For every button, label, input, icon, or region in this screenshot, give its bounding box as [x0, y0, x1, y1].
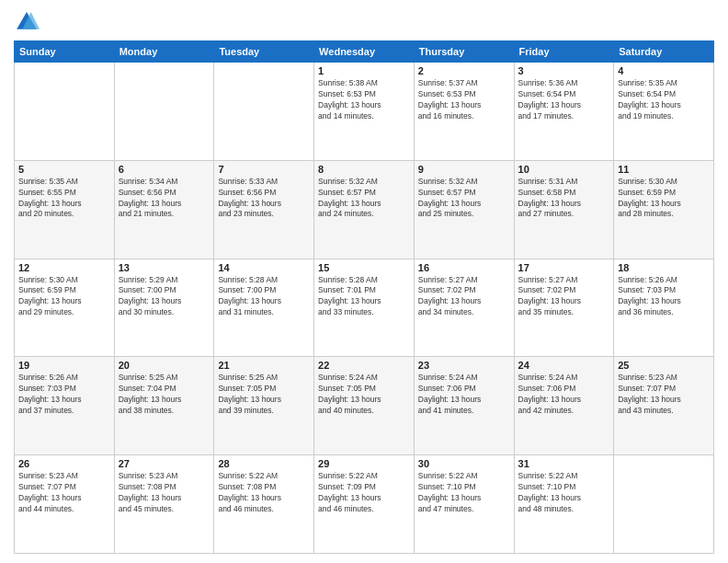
day-info: Sunrise: 5:26 AM Sunset: 7:03 PM Dayligh… [618, 275, 710, 319]
week-row-4: 19Sunrise: 5:26 AM Sunset: 7:03 PM Dayli… [15, 357, 714, 455]
week-row-3: 12Sunrise: 5:30 AM Sunset: 6:59 PM Dayli… [15, 259, 714, 357]
day-cell: 17Sunrise: 5:27 AM Sunset: 7:02 PM Dayli… [514, 259, 614, 357]
logo-icon [14, 9, 40, 35]
day-cell [114, 63, 214, 161]
day-info: Sunrise: 5:36 AM Sunset: 6:54 PM Dayligh… [518, 78, 610, 122]
day-cell: 26Sunrise: 5:23 AM Sunset: 7:07 PM Dayli… [15, 455, 115, 554]
day-cell: 22Sunrise: 5:24 AM Sunset: 7:05 PM Dayli… [314, 357, 415, 455]
day-number: 2 [418, 65, 510, 76]
day-cell: 20Sunrise: 5:25 AM Sunset: 7:04 PM Dayli… [114, 357, 214, 455]
day-cell: 8Sunrise: 5:32 AM Sunset: 6:57 PM Daylig… [314, 160, 415, 259]
day-number: 11 [618, 164, 710, 175]
day-number: 17 [518, 262, 610, 273]
day-info: Sunrise: 5:24 AM Sunset: 7:06 PM Dayligh… [418, 373, 510, 417]
day-info: Sunrise: 5:23 AM Sunset: 7:07 PM Dayligh… [18, 471, 110, 515]
day-cell: 4Sunrise: 5:35 AM Sunset: 6:54 PM Daylig… [614, 63, 714, 161]
header [14, 9, 714, 35]
day-number: 24 [518, 360, 610, 371]
day-cell: 9Sunrise: 5:32 AM Sunset: 6:57 PM Daylig… [414, 160, 514, 259]
week-row-2: 5Sunrise: 5:35 AM Sunset: 6:55 PM Daylig… [15, 160, 714, 259]
header-row: SundayMondayTuesdayWednesdayThursdayFrid… [15, 41, 714, 63]
day-number: 19 [18, 360, 110, 371]
day-header-saturday: Saturday [614, 41, 714, 63]
day-number: 16 [418, 262, 510, 273]
day-number: 31 [518, 458, 610, 469]
day-cell: 12Sunrise: 5:30 AM Sunset: 6:59 PM Dayli… [15, 259, 115, 357]
day-header-monday: Monday [114, 41, 214, 63]
day-number: 27 [119, 458, 210, 469]
day-header-friday: Friday [514, 41, 614, 63]
day-number: 30 [418, 458, 510, 469]
day-cell: 2Sunrise: 5:37 AM Sunset: 6:53 PM Daylig… [414, 63, 514, 161]
day-number: 3 [518, 65, 610, 76]
day-number: 26 [18, 458, 110, 469]
day-number: 8 [318, 164, 410, 175]
day-cell: 15Sunrise: 5:28 AM Sunset: 7:01 PM Dayli… [314, 259, 415, 357]
day-info: Sunrise: 5:32 AM Sunset: 6:57 PM Dayligh… [418, 177, 510, 221]
day-number: 7 [218, 164, 310, 175]
day-cell: 14Sunrise: 5:28 AM Sunset: 7:00 PM Dayli… [214, 259, 314, 357]
day-cell: 18Sunrise: 5:26 AM Sunset: 7:03 PM Dayli… [614, 259, 714, 357]
day-cell: 3Sunrise: 5:36 AM Sunset: 6:54 PM Daylig… [514, 63, 614, 161]
day-number: 6 [119, 164, 210, 175]
day-info: Sunrise: 5:24 AM Sunset: 7:05 PM Dayligh… [318, 373, 410, 417]
day-number: 21 [218, 360, 310, 371]
day-info: Sunrise: 5:32 AM Sunset: 6:57 PM Dayligh… [318, 177, 410, 221]
day-cell: 10Sunrise: 5:31 AM Sunset: 6:58 PM Dayli… [514, 160, 614, 259]
week-row-1: 1Sunrise: 5:38 AM Sunset: 6:53 PM Daylig… [15, 63, 714, 161]
day-number: 22 [318, 360, 410, 371]
day-cell: 19Sunrise: 5:26 AM Sunset: 7:03 PM Dayli… [15, 357, 115, 455]
day-cell: 29Sunrise: 5:22 AM Sunset: 7:09 PM Dayli… [314, 455, 415, 554]
day-info: Sunrise: 5:31 AM Sunset: 6:58 PM Dayligh… [518, 177, 610, 221]
day-info: Sunrise: 5:35 AM Sunset: 6:54 PM Dayligh… [618, 78, 710, 122]
logo [14, 9, 43, 35]
day-info: Sunrise: 5:22 AM Sunset: 7:10 PM Dayligh… [418, 471, 510, 515]
day-number: 10 [518, 164, 610, 175]
day-info: Sunrise: 5:22 AM Sunset: 7:10 PM Dayligh… [518, 471, 610, 515]
day-cell [614, 455, 714, 554]
day-number: 5 [18, 164, 110, 175]
calendar-table: SundayMondayTuesdayWednesdayThursdayFrid… [14, 40, 714, 554]
day-header-tuesday: Tuesday [214, 41, 314, 63]
day-info: Sunrise: 5:27 AM Sunset: 7:02 PM Dayligh… [418, 275, 510, 319]
day-info: Sunrise: 5:25 AM Sunset: 7:05 PM Dayligh… [218, 373, 310, 417]
day-cell [214, 63, 314, 161]
day-info: Sunrise: 5:23 AM Sunset: 7:07 PM Dayligh… [618, 373, 710, 417]
day-info: Sunrise: 5:38 AM Sunset: 6:53 PM Dayligh… [318, 78, 410, 122]
day-info: Sunrise: 5:22 AM Sunset: 7:09 PM Dayligh… [318, 471, 410, 515]
day-cell: 25Sunrise: 5:23 AM Sunset: 7:07 PM Dayli… [614, 357, 714, 455]
week-row-5: 26Sunrise: 5:23 AM Sunset: 7:07 PM Dayli… [15, 455, 714, 554]
day-header-wednesday: Wednesday [314, 41, 415, 63]
day-number: 14 [218, 262, 310, 273]
day-info: Sunrise: 5:35 AM Sunset: 6:55 PM Dayligh… [18, 177, 110, 221]
day-info: Sunrise: 5:23 AM Sunset: 7:08 PM Dayligh… [119, 471, 210, 515]
day-header-thursday: Thursday [414, 41, 514, 63]
day-info: Sunrise: 5:24 AM Sunset: 7:06 PM Dayligh… [518, 373, 610, 417]
day-number: 20 [119, 360, 210, 371]
day-cell: 11Sunrise: 5:30 AM Sunset: 6:59 PM Dayli… [614, 160, 714, 259]
page: SundayMondayTuesdayWednesdayThursdayFrid… [0, 0, 728, 563]
day-cell: 7Sunrise: 5:33 AM Sunset: 6:56 PM Daylig… [214, 160, 314, 259]
day-number: 29 [318, 458, 410, 469]
day-info: Sunrise: 5:27 AM Sunset: 7:02 PM Dayligh… [518, 275, 610, 319]
day-number: 25 [618, 360, 710, 371]
day-cell: 16Sunrise: 5:27 AM Sunset: 7:02 PM Dayli… [414, 259, 514, 357]
day-number: 9 [418, 164, 510, 175]
day-cell [15, 63, 115, 161]
day-info: Sunrise: 5:30 AM Sunset: 6:59 PM Dayligh… [618, 177, 710, 221]
day-header-sunday: Sunday [15, 41, 115, 63]
day-cell: 27Sunrise: 5:23 AM Sunset: 7:08 PM Dayli… [114, 455, 214, 554]
day-info: Sunrise: 5:28 AM Sunset: 7:01 PM Dayligh… [318, 275, 410, 319]
day-number: 4 [618, 65, 710, 76]
day-number: 12 [18, 262, 110, 273]
day-cell: 28Sunrise: 5:22 AM Sunset: 7:08 PM Dayli… [214, 455, 314, 554]
day-number: 1 [318, 65, 410, 76]
day-info: Sunrise: 5:25 AM Sunset: 7:04 PM Dayligh… [119, 373, 210, 417]
day-number: 15 [318, 262, 410, 273]
day-cell: 24Sunrise: 5:24 AM Sunset: 7:06 PM Dayli… [514, 357, 614, 455]
day-info: Sunrise: 5:34 AM Sunset: 6:56 PM Dayligh… [119, 177, 210, 221]
day-info: Sunrise: 5:26 AM Sunset: 7:03 PM Dayligh… [18, 373, 110, 417]
day-number: 28 [218, 458, 310, 469]
day-info: Sunrise: 5:22 AM Sunset: 7:08 PM Dayligh… [218, 471, 310, 515]
day-cell: 21Sunrise: 5:25 AM Sunset: 7:05 PM Dayli… [214, 357, 314, 455]
